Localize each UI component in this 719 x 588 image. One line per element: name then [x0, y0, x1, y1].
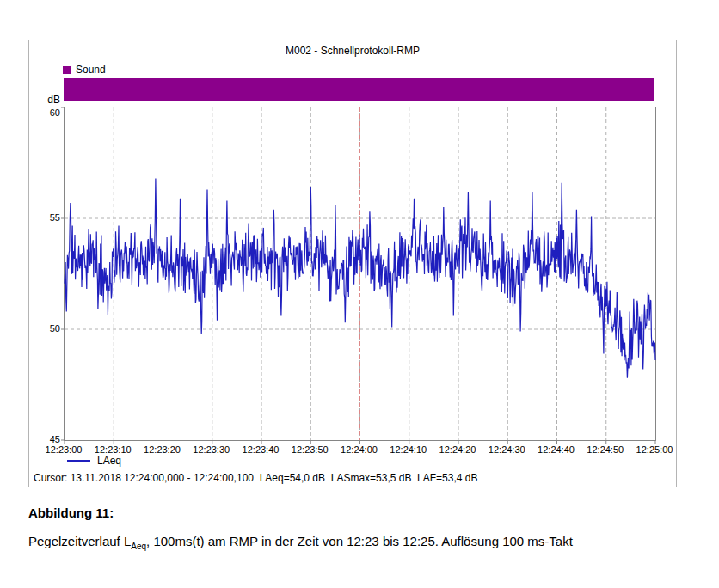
figure-caption: Abbildung 11: Pegelzeitverlauf LAeq, 100…: [28, 505, 682, 551]
sound-legend-swatch-icon: [63, 66, 71, 74]
chart-title: M002 - Schnellprotokoll-RMP: [29, 45, 676, 57]
x-tick-label: 12:23:30: [193, 444, 230, 455]
laeq-plot: [65, 107, 655, 440]
laeq-legend-line-icon: [67, 460, 90, 462]
caption-text-subscript: Aeq: [131, 542, 146, 551]
plot-area: [64, 107, 656, 441]
sound-event-legend: Sound: [63, 64, 106, 76]
sound-event-bar: [64, 78, 654, 101]
cursor-status-line: Cursor: 13.11.2018 12:24:00,000 - 12:24:…: [34, 472, 478, 484]
x-tick-label: 12:23:00: [46, 444, 83, 455]
caption-text-suffix: , 100ms(t) am RMP in der Zeit von 12:23 …: [146, 534, 573, 548]
y-tick-label: 55: [29, 212, 60, 223]
caption-text-prefix: Pegelzeitverlauf L: [28, 534, 131, 548]
x-tick-label: 12:24:00: [341, 444, 378, 455]
series-legend: LAeq: [67, 456, 121, 466]
document-page: { "figure": { "title": "M002 - Schnellpr…: [0, 0, 719, 588]
caption-heading: Abbildung 11:: [28, 505, 682, 520]
chart-panel: M002 - Schnellprotokoll-RMP Sound dB 605…: [28, 40, 677, 487]
x-tick-label: 12:23:20: [144, 444, 181, 455]
x-tick-label: 12:23:40: [243, 444, 280, 455]
x-tick-label: 12:24:50: [587, 444, 624, 455]
caption-body: Pegelzeitverlauf LAeq, 100ms(t) am RMP i…: [28, 534, 682, 551]
laeq-legend-label: LAeq: [97, 455, 121, 467]
x-tick-label: 12:23:10: [95, 444, 132, 455]
sound-legend-label: Sound: [76, 64, 106, 76]
x-tick-label: 12:23:50: [292, 444, 329, 455]
y-tick-label: 45: [29, 434, 60, 444]
x-tick-label: 12:25:00: [636, 444, 673, 455]
x-tick-label: 12:24:30: [489, 444, 525, 455]
x-tick-label: 12:24:10: [390, 444, 427, 455]
y-axis-unit-label: dB: [29, 94, 60, 106]
x-tick-label: 12:24:20: [439, 444, 476, 455]
y-tick-label: 50: [29, 323, 60, 334]
y-tick-label: 60: [29, 107, 60, 118]
x-tick-label: 12:24:40: [538, 444, 575, 455]
